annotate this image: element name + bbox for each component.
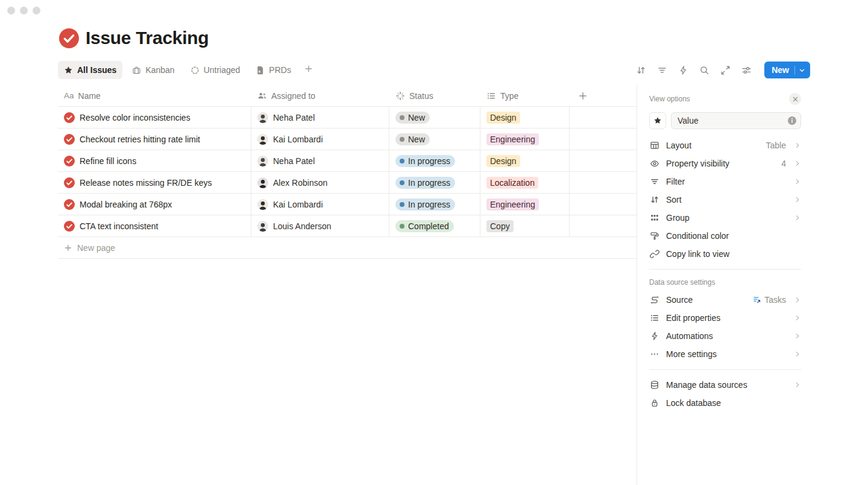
menu-item-more-settings[interactable]: More settings [649, 345, 801, 363]
name-cell[interactable]: CTA text inconsistent [58, 215, 251, 236]
type-badge: Design [486, 155, 520, 167]
expand-icon[interactable] [717, 62, 733, 78]
tab-label: PRDs [269, 65, 291, 75]
menu-item-value: Table [766, 141, 786, 150]
chevron-right-icon [794, 350, 801, 358]
new-page-button[interactable]: New page [58, 237, 637, 259]
status-cell[interactable]: New [389, 128, 480, 150]
avatar [257, 199, 268, 210]
database-icon [649, 380, 660, 390]
new-dropdown-button[interactable] [795, 66, 810, 74]
menu-item-lock-database[interactable]: Lock database [649, 394, 801, 412]
sliders-icon[interactable] [738, 62, 754, 78]
assignee-name: Louis Anderson [273, 221, 332, 231]
menu-item-automations[interactable]: Automations [649, 327, 801, 345]
menu-item-edit-properties[interactable]: Edit properties [649, 309, 801, 327]
assignee-cell[interactable]: Neha Patel [251, 150, 389, 171]
avatar [257, 156, 268, 166]
panel-divider [649, 369, 801, 370]
plus-icon [304, 65, 313, 75]
assignee-cell[interactable]: Louis Anderson [251, 215, 389, 236]
status-cell[interactable]: In progress [389, 194, 480, 215]
name-cell[interactable]: Modal breaking at 768px [58, 194, 251, 215]
bulleted-list-icon [649, 313, 660, 323]
people-icon [257, 91, 267, 101]
view-name-input[interactable] [671, 112, 801, 129]
panel-title: View options [649, 95, 690, 103]
info-icon[interactable] [787, 116, 797, 125]
red-check-circle-icon[interactable] [59, 28, 79, 48]
source-route-icon [649, 295, 660, 305]
assignee-cell[interactable]: Kai Lombardi [251, 128, 389, 150]
assignee-cell[interactable]: Neha Patel [251, 107, 389, 128]
close-panel-button[interactable] [789, 93, 801, 105]
type-cell[interactable]: Design [480, 107, 570, 128]
search-icon[interactable] [696, 62, 712, 78]
column-header-name[interactable]: Aa Name [58, 91, 251, 101]
status-label: New [408, 135, 425, 144]
menu-item-value: 4 [781, 159, 786, 168]
column-header-assigned-to[interactable]: Assigned to [251, 91, 389, 101]
name-cell[interactable]: Release notes missing FR/DE keys [58, 172, 251, 193]
sort-arrows-icon[interactable] [633, 62, 649, 78]
menu-item-filter[interactable]: Filter [649, 173, 801, 191]
menu-item-group[interactable]: Group [649, 209, 801, 227]
column-header-status[interactable]: Status [389, 91, 480, 101]
type-cell[interactable]: Copy [480, 215, 570, 236]
tab-kanban[interactable]: Kanban [126, 61, 180, 79]
tab-all-issues[interactable]: All Issues [58, 61, 122, 79]
menu-item-manage-data-sources[interactable]: Manage data sources [649, 376, 801, 394]
new-button-group: New [764, 62, 810, 78]
menu-item-layout[interactable]: Layout Table [649, 136, 801, 154]
view-options-panel: View options Layout Table [637, 84, 868, 485]
window-close-button[interactable] [7, 7, 15, 14]
table-row: Release notes missing FR/DE keys Alex Ro… [58, 172, 637, 194]
column-header-type[interactable]: Type [480, 91, 570, 101]
avatar [257, 134, 268, 145]
tab-prds[interactable]: PRDs [250, 61, 297, 79]
type-cell[interactable]: Localization [480, 172, 570, 193]
status-dot-icon [400, 224, 404, 229]
assignee-cell[interactable]: Kai Lombardi [251, 194, 389, 215]
window-zoom-button[interactable] [33, 7, 40, 14]
menu-item-copy-link[interactable]: Copy link to view [649, 245, 801, 263]
type-cell[interactable]: Engineering [480, 128, 570, 150]
tab-untriaged[interactable]: Untriaged [184, 61, 247, 79]
name-cell[interactable]: Refine fill icons [58, 150, 251, 171]
status-cell[interactable]: New [389, 107, 480, 128]
status-cell[interactable]: Completed [389, 215, 480, 236]
status-spinner-icon [395, 91, 405, 101]
type-cell[interactable]: Design [480, 150, 570, 171]
dots-icon [649, 349, 660, 359]
status-cell[interactable]: In progress [389, 150, 480, 171]
status-dot-icon [400, 115, 404, 120]
red-check-circle-icon [64, 199, 75, 210]
red-check-circle-icon [64, 221, 75, 232]
name-cell[interactable]: Checkout retries hitting rate limit [58, 128, 251, 150]
table-row: Checkout retries hitting rate limit Kai … [58, 128, 637, 150]
avatar [257, 112, 268, 123]
red-check-circle-icon [64, 177, 75, 188]
menu-item-property-visibility[interactable]: Property visibility 4 [649, 154, 801, 173]
star-icon [653, 116, 662, 125]
assignee-cell[interactable]: Alex Robinson [251, 172, 389, 193]
add-view-button[interactable] [301, 61, 316, 79]
link-icon [649, 249, 660, 259]
add-column-button[interactable] [570, 91, 637, 101]
new-button[interactable]: New [764, 62, 794, 78]
filter-lines-icon[interactable] [654, 62, 670, 78]
menu-item-conditional-color[interactable]: Conditional color [649, 227, 801, 245]
menu-item-sort[interactable]: Sort [649, 191, 801, 209]
status-cell[interactable]: In progress [389, 172, 480, 193]
chevron-right-icon [794, 142, 801, 149]
favorite-view-button[interactable] [649, 112, 666, 129]
column-label: Assigned to [271, 91, 315, 101]
window-minimize-button[interactable] [20, 7, 28, 14]
lightning-icon[interactable] [675, 62, 691, 78]
type-cell[interactable]: Engineering [480, 194, 570, 215]
assignee-name: Alex Robinson [273, 178, 327, 188]
name-cell[interactable]: Resolve color inconsistencies [58, 107, 251, 128]
menu-item-source[interactable]: Source Tasks [649, 291, 801, 309]
app-window: Issue Tracking All Issues Kanban Untriag… [0, 0, 868, 485]
plus-icon [64, 244, 72, 252]
